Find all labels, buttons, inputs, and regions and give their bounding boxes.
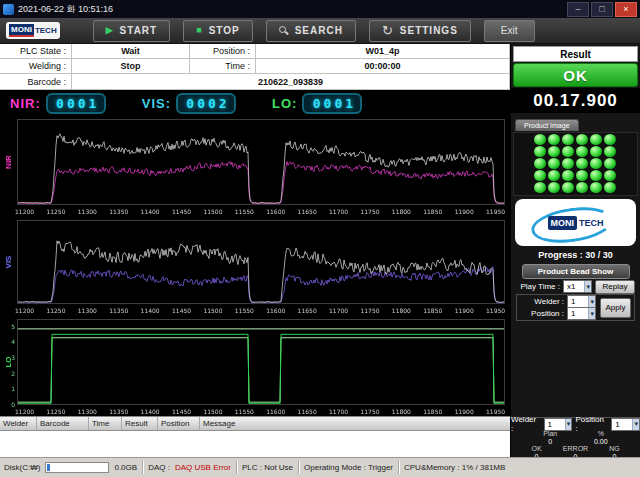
bead-dot	[548, 170, 560, 181]
result-header: Result	[513, 46, 638, 62]
disk-label: Disk(C:₩)	[4, 463, 40, 472]
position-row: Position : 1	[520, 308, 596, 319]
bead-dot	[534, 158, 546, 169]
statusbar-divider	[236, 461, 237, 474]
stop-button[interactable]: ■ STOP	[183, 20, 252, 42]
col-welder[interactable]: Welder	[0, 417, 37, 430]
app-icon	[3, 4, 14, 15]
bead-dot	[534, 146, 546, 157]
play-time-select[interactable]: x1	[563, 280, 592, 293]
percent-header: %	[576, 430, 627, 437]
tab-product-image[interactable]: Product Image	[515, 119, 579, 131]
welder-row: Welder : 1	[520, 296, 596, 307]
col-message[interactable]: Message	[200, 417, 510, 430]
stats-position-select[interactable]: 1	[611, 418, 640, 431]
vis-label: VIS:	[142, 96, 171, 111]
stats-selector-row: Welder : 1 Position : 1	[511, 418, 640, 430]
welding-label: Welding :	[0, 59, 72, 74]
bead-dot	[576, 170, 588, 181]
col-result[interactable]: Result	[122, 417, 158, 430]
stats-position-value: 1	[615, 420, 619, 429]
exit-button[interactable]: Exit	[484, 20, 535, 42]
settings-icon: ↻	[382, 23, 394, 38]
col-barcode[interactable]: Barcode	[37, 417, 89, 430]
settings-label: SETTINGS	[400, 25, 458, 36]
stop-icon: ■	[196, 26, 202, 35]
apply-button[interactable]: Apply	[600, 298, 631, 318]
position-label: Position :	[190, 44, 256, 59]
logo-tech-text: TECH	[35, 26, 57, 35]
bead-dot	[562, 134, 574, 145]
bead-dot	[576, 134, 588, 145]
bead-dot	[562, 170, 574, 181]
bead-dot	[562, 182, 574, 193]
search-button[interactable]: SEARCH	[266, 20, 356, 42]
settings-button[interactable]: ↻ SETTINGS	[369, 20, 471, 42]
bead-dot	[590, 134, 602, 145]
bead-dot	[576, 182, 588, 193]
nir-chart-canvas	[1, 117, 509, 216]
stats-welder-select[interactable]: 1	[544, 418, 573, 431]
bead-dot	[604, 182, 616, 193]
logo-tech-text: TECH	[579, 218, 604, 228]
bead-dot	[534, 182, 546, 193]
signal-displays: NIR: 0001 VIS: 0002 LO: 0001	[0, 90, 510, 117]
nir-label: NIR:	[10, 96, 41, 111]
plc-state-value: Wait	[72, 44, 190, 59]
bead-dot	[534, 134, 546, 145]
plan-value: 0	[525, 438, 576, 445]
bead-dot	[590, 182, 602, 193]
welder-label: Welder :	[520, 297, 564, 306]
log-table-header: Welder Barcode Time Result Position Mess…	[0, 417, 510, 431]
ok-header: OK	[517, 445, 556, 452]
minimize-button[interactable]: –	[567, 2, 589, 17]
statusbar-divider	[142, 461, 143, 474]
exit-label: Exit	[501, 25, 518, 36]
titlebar: 2021-06-22 화 10:51:16 – □ ×	[0, 0, 640, 18]
play-time-label: Play Time :	[516, 282, 560, 291]
col-position[interactable]: Position	[158, 417, 200, 430]
replay-button[interactable]: Replay	[595, 280, 635, 294]
product-bead-show-button[interactable]: Product Bead Show	[522, 264, 630, 279]
plc-state-label: PLC State :	[0, 44, 72, 59]
plan-percent-grid: Plan % 0 0.00	[511, 430, 640, 445]
measure-time-display: 00.17.900	[511, 88, 640, 113]
toolbar: MONI TECH ▶ START ■ STOP SEARCH ↻ SETTIN…	[0, 18, 640, 44]
lo-chart-canvas	[1, 317, 509, 416]
close-button[interactable]: ×	[615, 2, 637, 17]
maximize-button[interactable]: □	[591, 2, 613, 17]
plc-status-panel: PLC State : Wait Position : W01_4p Weldi…	[0, 44, 510, 90]
result-status-badge: OK	[513, 63, 638, 87]
bead-dot	[548, 158, 560, 169]
logo-moni-text: MONI	[548, 216, 578, 230]
monitech-logo: MONI TECH	[6, 22, 60, 39]
play-icon: ▶	[106, 26, 114, 35]
bead-dot	[576, 146, 588, 157]
bead-dot	[604, 146, 616, 157]
plan-header: Plan	[525, 430, 576, 437]
nir-display: 0001	[46, 93, 106, 114]
operating-mode-text: Operating Mode : Trigger	[304, 463, 393, 472]
bead-dot	[590, 158, 602, 169]
vis-display: 0002	[176, 93, 236, 114]
position-label: Position :	[520, 309, 564, 318]
position-value: W01_4p	[256, 44, 510, 59]
disk-usage-fill	[47, 464, 50, 471]
time-value: 00:00:00	[256, 59, 510, 74]
logo-moni-text: MONI	[9, 24, 34, 37]
app-window: 2021-06-22 화 10:51:16 – □ × MONI TECH ▶ …	[0, 0, 640, 477]
statusbar-divider	[298, 461, 299, 474]
search-label: SEARCH	[295, 25, 343, 36]
start-button[interactable]: ▶ START	[93, 20, 171, 42]
welding-value: Stop	[72, 59, 190, 74]
cpu-memory-text: CPU&Memory : 1% / 381MB	[404, 463, 505, 472]
log-table-body[interactable]	[0, 431, 510, 458]
col-time[interactable]: Time	[89, 417, 122, 430]
bead-dot	[590, 146, 602, 157]
start-label: START	[120, 25, 158, 36]
stats-welder-value: 1	[548, 420, 552, 429]
position-select[interactable]: 1	[567, 307, 596, 320]
bead-dot	[604, 134, 616, 145]
lo-label: LO:	[272, 96, 297, 111]
bead-dot	[590, 170, 602, 181]
